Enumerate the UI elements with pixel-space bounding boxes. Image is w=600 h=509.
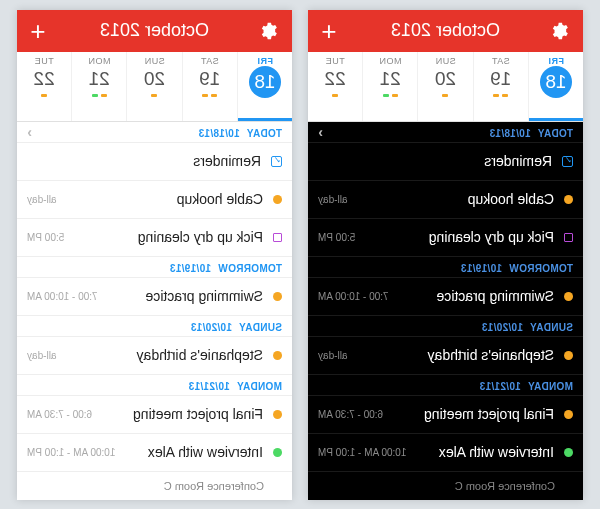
settings-icon[interactable]	[551, 20, 573, 42]
week-strip: FRI 18 SAT 19 SUN 20 MON 21 TUE 22	[17, 52, 292, 122]
day-tue[interactable]: TUE 22	[17, 52, 71, 121]
chevron-right-icon[interactable]: ›	[318, 124, 323, 140]
section-monday: MONDAY 10/21/13	[308, 375, 583, 396]
phone-light: October 2013 + FRI 18 SAT 19 SUN 20 MON …	[17, 10, 292, 500]
header-title[interactable]: October 2013	[391, 20, 500, 41]
day-sun[interactable]: SUN 20	[126, 52, 181, 121]
agenda-list[interactable]: TODAY 10/18/13 › Reminders Cable hookup …	[17, 122, 292, 500]
dot-icon	[273, 351, 282, 360]
settings-icon[interactable]	[260, 20, 282, 42]
header-title[interactable]: October 2013	[100, 20, 209, 41]
event-swimming[interactable]: Swimming practice 7:00 - 10:00 AM	[17, 278, 292, 316]
event-cable[interactable]: Cable hookup all-day	[308, 181, 583, 219]
dot-icon	[564, 351, 573, 360]
day-fri[interactable]: FRI 18	[237, 52, 292, 121]
dot-icon	[273, 448, 282, 457]
event-cable[interactable]: Cable hookup all-day	[17, 181, 292, 219]
event-birthday[interactable]: Stephanie's birthday all-day	[17, 337, 292, 375]
checkbox-icon	[271, 156, 282, 167]
dot-icon	[273, 292, 282, 301]
event-dry-cleaning[interactable]: Pick up dry cleaning 5:00 PM	[308, 219, 583, 257]
section-sunday: SUNDAY 10/20/13	[308, 316, 583, 337]
event-interview[interactable]: Interview with Alex 10:00 AM - 1:00 PM	[308, 434, 583, 472]
section-today: TODAY 10/18/13 ›	[17, 122, 292, 143]
day-sat[interactable]: SAT 19	[182, 52, 237, 121]
section-sunday: SUNDAY 10/20/13	[17, 316, 292, 337]
event-reminders[interactable]: Reminders	[17, 143, 292, 181]
day-sun[interactable]: SUN 20	[417, 52, 472, 121]
agenda-list[interactable]: TODAY 10/18/13 › Reminders Cable hookup …	[308, 122, 583, 500]
event-interview-sub: Conference Room C	[17, 472, 292, 500]
square-icon	[273, 233, 282, 242]
app-header: October 2013 +	[17, 10, 292, 52]
day-fri[interactable]: FRI 18	[528, 52, 583, 121]
event-birthday[interactable]: Stephanie's birthday all-day	[308, 337, 583, 375]
section-monday: MONDAY 10/21/13	[17, 375, 292, 396]
day-mon[interactable]: MON 21	[71, 52, 126, 121]
dot-icon	[273, 410, 282, 419]
checkbox-icon	[562, 156, 573, 167]
dot-icon	[564, 410, 573, 419]
section-today: TODAY 10/18/13 ›	[308, 122, 583, 143]
event-dry-cleaning[interactable]: Pick up dry cleaning 5:00 PM	[17, 219, 292, 257]
add-icon[interactable]: +	[27, 20, 49, 42]
dot-icon	[564, 195, 573, 204]
phone-dark: October 2013 + FRI 18 SAT 19 SUN 20 MON …	[308, 10, 583, 500]
event-interview-sub: Conference Room C	[308, 472, 583, 500]
add-icon[interactable]: +	[318, 20, 340, 42]
event-project-meeting[interactable]: Final project meeting 6:00 - 7:30 AM	[17, 396, 292, 434]
dot-icon	[564, 292, 573, 301]
square-icon	[564, 233, 573, 242]
event-interview[interactable]: Interview with Alex 10:00 AM - 1:00 PM	[17, 434, 292, 472]
section-tomorrow: TOMORROW 10/19/13	[308, 257, 583, 278]
event-project-meeting[interactable]: Final project meeting 6:00 - 7:30 AM	[308, 396, 583, 434]
dot-icon	[273, 195, 282, 204]
section-tomorrow: TOMORROW 10/19/13	[17, 257, 292, 278]
event-reminders[interactable]: Reminders	[308, 143, 583, 181]
week-strip: FRI 18 SAT 19 SUN 20 MON 21 TUE 22	[308, 52, 583, 122]
chevron-right-icon[interactable]: ›	[27, 124, 32, 140]
day-sat[interactable]: SAT 19	[473, 52, 528, 121]
day-tue[interactable]: TUE 22	[308, 52, 362, 121]
day-mon[interactable]: MON 21	[362, 52, 417, 121]
app-header: October 2013 +	[308, 10, 583, 52]
event-swimming[interactable]: Swimming practice 7:00 - 10:00 AM	[308, 278, 583, 316]
dot-icon	[564, 448, 573, 457]
